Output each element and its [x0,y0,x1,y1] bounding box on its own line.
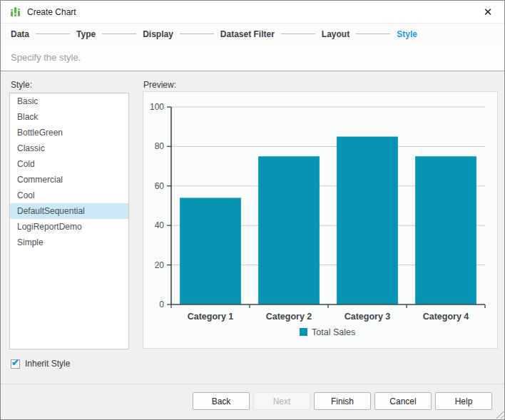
footer-bar: BackNextFinishCancelHelp [1,384,504,419]
style-option-simple[interactable]: Simple [10,235,128,250]
checkmark-icon: ✔ [11,358,19,367]
step-data[interactable]: Data [11,29,29,39]
bar-chart-preview: 020406080100Category 1Category 2Category… [143,92,497,348]
step-type[interactable]: Type [76,29,96,39]
style-listbox: BasicBlackBottleGreenClassicColdCommerci… [9,93,129,349]
style-option-commercial[interactable]: Commercial [10,172,128,188]
preview-panel: 020406080100Category 1Category 2Category… [143,91,498,349]
step-style[interactable]: Style [397,29,417,39]
style-option-black[interactable]: Black [10,109,128,125]
step-dataset-filter[interactable]: Dataset Filter [220,29,275,39]
svg-text:Category 1: Category 1 [188,312,234,322]
svg-text:100: 100 [150,102,164,112]
svg-text:40: 40 [155,220,165,230]
cancel-button[interactable]: Cancel [374,392,432,410]
step-connector [281,34,315,34]
next-button[interactable]: Next [253,392,310,410]
inherit-style-checkbox[interactable]: ✔ [11,359,20,369]
svg-text:Category 3: Category 3 [345,312,391,322]
create-chart-dialog: Create Chart ✕ DataTypeDisplayDataset Fi… [0,0,505,420]
inherit-style-row: ✔ Inherit Style [11,359,70,369]
title-bar: Create Chart ✕ [1,1,504,24]
wizard-description: Specify the style. [1,44,504,71]
style-option-basic[interactable]: Basic [10,93,128,109]
wizard-steps: DataTypeDisplayDataset FilterLayoutStyle [1,24,504,44]
step-connector [356,34,390,34]
step-connector [180,34,214,34]
style-option-cool[interactable]: Cool [10,188,128,203]
finish-button[interactable]: Finish [314,392,371,410]
svg-text:Category 4: Category 4 [423,312,469,322]
step-connector [36,34,70,34]
close-icon: ✕ [484,6,493,19]
close-button[interactable]: ✕ [479,3,497,21]
resize-grip[interactable] [494,409,504,419]
svg-text:20: 20 [155,260,165,270]
svg-text:60: 60 [155,181,165,191]
window-title: Create Chart [27,7,76,17]
help-button[interactable]: Help [435,392,492,410]
style-option-cold[interactable]: Cold [10,156,128,172]
style-option-bottlegreen[interactable]: BottleGreen [10,125,128,140]
main-content: Style: BasicBlackBottleGreenClassicColdC… [1,71,504,384]
style-list-label: Style: [11,80,32,90]
style-option-logireportdemo[interactable]: LogiReportDemo [10,219,128,235]
step-display[interactable]: Display [143,29,173,39]
step-layout[interactable]: Layout [322,29,350,39]
style-option-classic[interactable]: Classic [10,140,128,156]
inherit-style-label: Inherit Style [25,359,70,369]
preview-label: Preview: [143,80,176,90]
step-connector [102,34,136,34]
style-option-defaultsequential[interactable]: DefaultSequential [10,203,128,219]
svg-text:Total Sales: Total Sales [312,327,355,337]
svg-text:Category 2: Category 2 [266,312,312,322]
chart-app-icon [9,6,21,18]
svg-text:0: 0 [159,299,164,309]
svg-text:80: 80 [155,141,165,151]
back-button[interactable]: Back [193,392,250,410]
dialog-buttons: BackNextFinishCancelHelp [193,392,492,410]
